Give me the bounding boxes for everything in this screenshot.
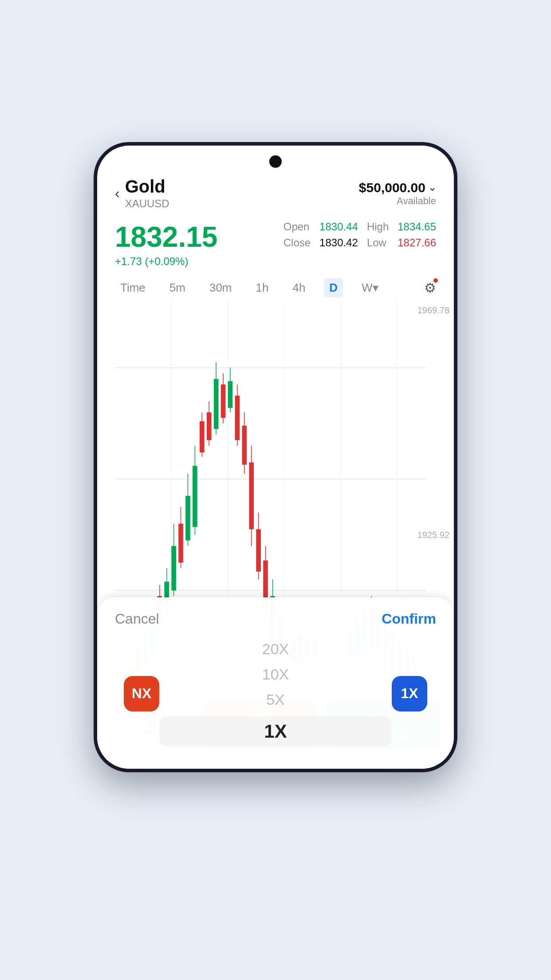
screen-content: ‹ Gold XAUUSD $50,000.00 ⌄ Available — [97, 146, 454, 769]
svg-rect-36 — [214, 379, 219, 429]
tab-4h[interactable]: 4h — [287, 278, 311, 297]
svg-rect-40 — [228, 381, 233, 408]
y-label-1: 1969.78 — [417, 305, 449, 316]
price-change: +1.73 (+0.09%) — [115, 255, 217, 268]
svg-rect-28 — [185, 496, 190, 540]
picker-overlay: Cancel Confirm NX 20X 10X 5X 1X 1X — [97, 597, 454, 769]
svg-rect-26 — [178, 524, 183, 563]
settings-icon[interactable]: ⚙ — [424, 280, 436, 296]
svg-rect-48 — [256, 529, 261, 571]
low-value: 1827.66 — [398, 237, 436, 249]
price-stats: Open Close 1830.44 1830.42 High Low 18 — [283, 221, 436, 249]
balance-amount: $50,000.00 ⌄ — [359, 180, 436, 195]
instrument-name: Gold — [125, 177, 169, 197]
picker-confirm-button[interactable]: Confirm — [382, 611, 436, 627]
account-balance[interactable]: $50,000.00 ⌄ Available — [359, 180, 436, 207]
svg-rect-34 — [207, 412, 212, 440]
phone-frame: ‹ Gold XAUUSD $50,000.00 ⌄ Available — [94, 142, 457, 772]
picker-scroll: NX 20X 10X 5X 1X 1X — [115, 636, 436, 751]
close-label: Close — [283, 237, 311, 249]
current-price: 1832.15 — [115, 221, 217, 253]
tab-time[interactable]: Time — [115, 278, 151, 297]
picker-header: Cancel Confirm — [115, 611, 436, 627]
tab-w[interactable]: W▾ — [356, 278, 384, 297]
back-button[interactable]: ‹ — [115, 185, 120, 202]
tab-5m[interactable]: 5m — [164, 278, 191, 297]
picker-option-5x[interactable]: 5X — [159, 691, 392, 708]
price-section: 1832.15 +1.73 (+0.09%) Open Close 1830.4… — [97, 217, 454, 275]
y-label-2: 1925.92 — [417, 530, 449, 540]
svg-rect-46 — [249, 462, 254, 530]
svg-rect-32 — [200, 421, 205, 452]
picker-option-1x-selected[interactable]: 1X — [159, 716, 392, 747]
chevron-down-icon: ⌄ — [428, 182, 436, 194]
ox-logo: 1X — [392, 676, 427, 711]
tab-d[interactable]: D — [324, 278, 343, 297]
balance-label: Available — [359, 195, 436, 207]
low-label: Low — [367, 237, 389, 249]
settings-dot — [433, 278, 438, 283]
picker-option-20x[interactable]: 20X — [159, 640, 392, 658]
open-label: Open — [283, 221, 311, 233]
top-bar-left: ‹ Gold XAUUSD — [115, 177, 169, 210]
phone-screen: ‹ Gold XAUUSD $50,000.00 ⌄ Available — [97, 146, 454, 769]
svg-rect-42 — [235, 395, 240, 440]
picker-option-10x[interactable]: 10X — [159, 666, 392, 683]
high-value: 1834.65 — [398, 221, 436, 233]
instrument-symbol: XAUUSD — [125, 198, 169, 210]
svg-rect-30 — [193, 466, 197, 527]
svg-rect-24 — [171, 546, 176, 590]
tab-1h[interactable]: 1h — [251, 278, 274, 297]
open-value: 1830.44 — [319, 221, 358, 233]
close-value: 1830.42 — [319, 237, 358, 249]
time-tabs: Time 5m 30m 1h 4h D W▾ ⚙ — [97, 275, 454, 301]
picker-options: 20X 10X 5X 1X — [159, 636, 392, 751]
nx-logo: NX — [124, 676, 159, 711]
svg-rect-44 — [242, 426, 247, 465]
phone-mockup: ‹ Gold XAUUSD $50,000.00 ⌄ Available — [94, 142, 457, 888]
camera-notch — [269, 155, 282, 168]
tab-30m[interactable]: 30m — [204, 278, 237, 297]
svg-rect-38 — [221, 384, 226, 418]
high-label: High — [367, 221, 389, 233]
picker-cancel-button[interactable]: Cancel — [115, 611, 159, 627]
